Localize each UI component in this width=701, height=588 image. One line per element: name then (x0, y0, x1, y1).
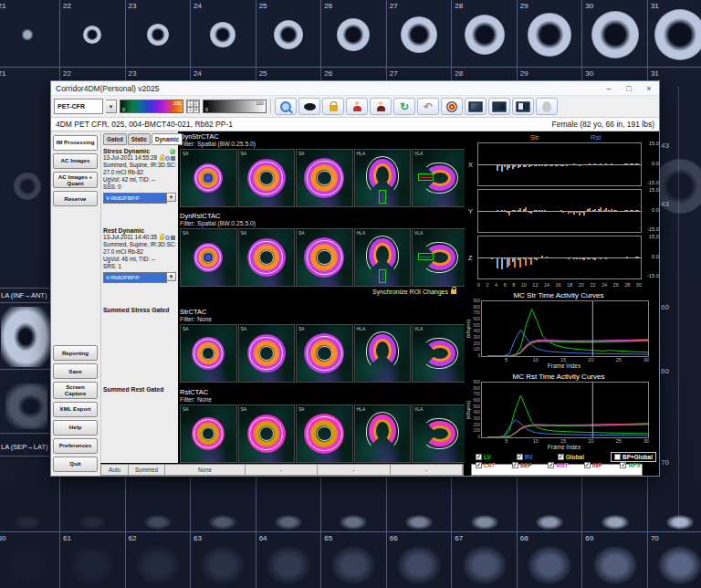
checkbox-lat[interactable] (476, 462, 482, 468)
sidebar-item-preferences[interactable]: Preferences (53, 438, 98, 454)
checkbox-global[interactable] (558, 454, 564, 460)
sync-roi-label[interactable]: Synchronize ROI Changes (372, 289, 448, 295)
slice-image-sa[interactable]: SA (238, 149, 296, 207)
slice-image-sa[interactable]: SA (296, 149, 353, 207)
tab-dynamic[interactable]: Dynamic (152, 133, 183, 145)
slice-image-sa[interactable]: SA (238, 404, 296, 463)
slice-image-hla[interactable]: HLA (354, 324, 412, 383)
sidebar-item-quit[interactable]: Quit (53, 457, 98, 472)
roi-marker[interactable] (418, 173, 434, 181)
minimize-button[interactable]: – (599, 81, 619, 95)
status-segment[interactable]: Auto (101, 465, 129, 475)
sidebar-item-screen-capture[interactable]: Screen Capture (53, 382, 98, 398)
preset-dropdown-button[interactable]: ▼ (106, 100, 117, 113)
legend-item-bp-global[interactable]: BP+Global (611, 452, 656, 462)
status-segment[interactable]: Summed (129, 465, 165, 475)
tab-gated[interactable]: Gated (103, 133, 127, 145)
slice-image-sa[interactable]: SA (296, 228, 353, 287)
checkbox-inf[interactable] (584, 462, 591, 468)
lock-button[interactable] (322, 98, 344, 115)
slice-image-vla[interactable]: VLA (412, 324, 465, 383)
mini-target-icon[interactable] (165, 236, 170, 240)
status-segment[interactable]: - (318, 465, 390, 475)
slice-image-hla[interactable]: HLA (354, 228, 412, 287)
checkbox-apx[interactable] (620, 462, 626, 468)
slice-image-sa[interactable]: SA (296, 324, 353, 383)
rest-series-dropdown[interactable]: ▼ (167, 272, 176, 281)
bg-slice-number: 24 (194, 2, 202, 10)
tac-chart[interactable]: (kBq/ml)0100200300400500600700800900 (481, 382, 649, 438)
slice-image-vla[interactable]: VLA (412, 404, 465, 463)
target-button[interactable] (441, 98, 463, 115)
mini-block-icon[interactable] (171, 156, 175, 161)
tab-static[interactable]: Static (128, 133, 151, 145)
slice-image-vla[interactable]: VLA (412, 149, 465, 207)
checkbox-sep[interactable] (512, 462, 518, 468)
roi-marker[interactable] (418, 253, 434, 260)
sidebar-item-reserve[interactable]: Reserve (53, 191, 98, 206)
mini-block-icon[interactable] (171, 236, 175, 240)
preset-combobox[interactable]: PET-CFR (54, 99, 103, 114)
motion-chart-x[interactable]: X15.00.0-15.0 (477, 142, 642, 186)
motion-chart-z[interactable]: Z15.00.0-15.0 (477, 236, 642, 279)
motion-bar-str (514, 210, 516, 211)
slice-image-hla[interactable]: HLA (354, 149, 412, 207)
stress-series-combobox[interactable]: V-Rb82FBP/F ▼ (103, 193, 176, 204)
user-dark-button[interactable] (370, 98, 392, 115)
status-segment[interactable]: None (165, 465, 246, 475)
motion-chart-y[interactable]: Y15.00.0-15.0 (477, 189, 642, 233)
slice-image-sa[interactable]: SA (180, 404, 237, 463)
sidebar-item-reporting[interactable]: Reporting (53, 345, 98, 361)
sidebar-item-im-processing[interactable]: IM Processing (53, 135, 98, 151)
gray-scale-bar[interactable]: 0 100 (203, 100, 267, 113)
sidebar-item-xml-export[interactable]: XML Export (53, 402, 98, 417)
sidebar-item-save[interactable]: Save (53, 363, 98, 379)
rest-series-combobox[interactable]: V-Rb82FBP/F ▼ (103, 272, 176, 283)
checkbox-ant[interactable] (548, 462, 554, 468)
slice-image-sa[interactable]: SA (180, 324, 237, 383)
sidebar-item-help[interactable]: Help (53, 420, 98, 436)
close-button[interactable]: × (639, 81, 659, 95)
slice-image-sa[interactable]: SA (180, 149, 237, 207)
sidebar-item-ac-images[interactable]: AC Images (53, 153, 98, 169)
bg-slice-cell (125, 477, 191, 531)
roi-marker[interactable] (379, 269, 386, 283)
checkbox-lv[interactable] (476, 454, 482, 460)
user-dark-icon (377, 101, 385, 111)
slice-image-sa[interactable]: SA (180, 228, 237, 287)
slice-image-sa[interactable]: SA (238, 228, 296, 287)
color-scale-bar[interactable]: 0 100 (120, 100, 183, 113)
y-tick-label: 400 (473, 411, 480, 415)
bg-slice-blob (144, 515, 172, 530)
user-red-button[interactable] (346, 98, 368, 115)
unlock-icon[interactable] (451, 289, 456, 294)
pan-button[interactable] (298, 98, 320, 115)
tac-chart[interactable]: (kBq/ml)0100200300400500600700800900 (481, 300, 649, 357)
refresh-button[interactable]: ↻ (393, 98, 415, 115)
sidebar-item-ac-images-quant[interactable]: AC Images + Quant (53, 172, 98, 188)
monitor3-button[interactable] (512, 98, 534, 115)
checkbox-rv[interactable] (517, 454, 523, 460)
mini-lock-icon[interactable] (160, 236, 164, 240)
title-bar[interactable]: Corridor4DM(Personal) v2025 – □ × (51, 81, 659, 96)
slice-image-sa[interactable]: SA (296, 404, 353, 463)
slice-image-vla[interactable]: VLA (412, 228, 465, 287)
slice-image-hla[interactable]: HLA (354, 404, 412, 463)
mini-target-icon[interactable] (165, 156, 170, 161)
status-segment[interactable]: - (391, 465, 463, 475)
y-tick-label: 0.0 (652, 207, 659, 213)
monitor2-button[interactable] (488, 98, 510, 115)
status-segment[interactable]: - (246, 465, 318, 475)
roi-marker[interactable] (379, 190, 386, 204)
undo-button[interactable]: ↶ (417, 98, 439, 115)
mini-lock-icon[interactable] (160, 157, 164, 161)
motion-bar-str (579, 212, 581, 215)
checkbox-bp-global[interactable] (614, 454, 621, 460)
zoom-button[interactable] (275, 98, 297, 115)
layout-grid-selector[interactable]: 1 2 3 4 (186, 100, 200, 113)
slice-image-sa[interactable]: SA (238, 324, 296, 383)
monitor1-button[interactable] (465, 98, 487, 115)
stress-series-dropdown[interactable]: ▼ (167, 193, 176, 202)
maximize-button[interactable]: □ (619, 81, 639, 95)
blank-button[interactable] (536, 98, 558, 115)
